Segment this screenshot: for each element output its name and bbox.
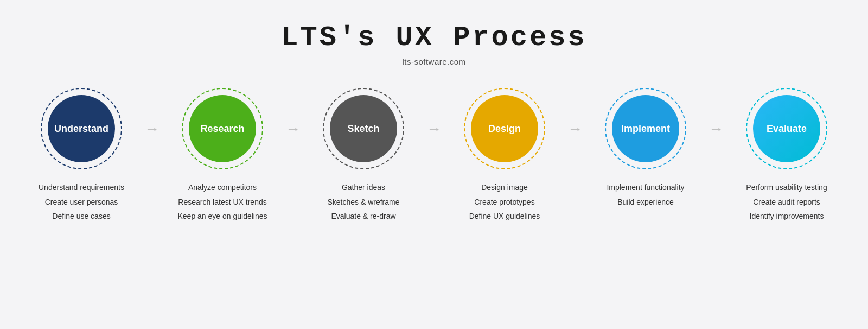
- bullet-item: Evaluate & re-draw: [327, 209, 399, 224]
- stage-sketch: SketchGather ideasSketches & wreframeEva…: [309, 88, 418, 224]
- arrow-icon: →: [285, 121, 301, 138]
- header: LTS's UX Process lts-software.com: [281, 22, 586, 66]
- stage-implement: ImplementImplement functionalityBuild ex…: [591, 88, 700, 209]
- bullets-design: Design imageCreate prototypesDefine UX g…: [469, 180, 540, 224]
- bullet-item: Implement functionality: [607, 180, 684, 195]
- bullet-item: Create prototypes: [469, 195, 540, 210]
- stage-evaluate: EvaluatePerform usability testingCreate …: [732, 88, 841, 224]
- circle-inner-understand: Understand: [48, 95, 115, 162]
- circle-inner-research: Research: [189, 95, 256, 162]
- stage-label-sketch: Sketch: [347, 123, 379, 135]
- bullet-item: Analyze competitors: [177, 180, 267, 195]
- circle-outer-implement: Implement: [605, 88, 686, 169]
- stage-research: ResearchAnalyze competitorsResearch late…: [168, 88, 277, 224]
- arrow-icon: →: [709, 121, 724, 138]
- circle-outer-sketch: Sketch: [323, 88, 404, 169]
- arrow-icon: →: [567, 121, 583, 138]
- main-title: LTS's UX Process: [281, 22, 586, 54]
- bullet-item: Design image: [469, 180, 540, 195]
- arrow-connector: →: [418, 121, 450, 138]
- circle-outer-evaluate: Evaluate: [746, 88, 827, 169]
- stage-label-design: Design: [488, 123, 521, 135]
- stage-understand: UnderstandUnderstand requirementsCreate …: [27, 88, 136, 224]
- circle-inner-evaluate: Evaluate: [753, 95, 820, 162]
- arrow-connector: →: [559, 121, 591, 138]
- arrow-icon: →: [144, 121, 159, 138]
- circle-inner-sketch: Sketch: [330, 95, 397, 162]
- subtitle: lts-software.com: [281, 57, 586, 66]
- circle-outer-research: Research: [182, 88, 263, 169]
- bullet-item: Research latest UX trends: [177, 195, 267, 210]
- stage-design: DesignDesign imageCreate prototypesDefin…: [450, 88, 559, 224]
- stage-label-implement: Implement: [621, 123, 670, 135]
- bullet-item: Gather ideas: [327, 180, 399, 195]
- circle-inner-design: Design: [471, 95, 538, 162]
- bullet-item: Keep an eye on guidelines: [177, 209, 267, 224]
- bullet-item: Define UX guidelines: [469, 209, 540, 224]
- bullet-item: Create audit reports: [746, 195, 827, 210]
- stage-label-evaluate: Evaluate: [767, 123, 807, 135]
- arrow-icon: →: [426, 121, 442, 138]
- bullet-item: Sketches & wreframe: [327, 195, 399, 210]
- circle-inner-implement: Implement: [612, 95, 679, 162]
- bullets-sketch: Gather ideasSketches & wreframeEvaluate …: [327, 180, 399, 224]
- bullet-item: Perform usability testing: [746, 180, 827, 195]
- arrow-connector: →: [277, 121, 309, 138]
- bullet-item: Identify improvements: [746, 209, 827, 224]
- arrow-connector: →: [136, 121, 168, 138]
- stage-label-research: Research: [200, 123, 244, 135]
- bullet-item: Understand requirements: [39, 180, 124, 195]
- bullet-item: Build experience: [607, 195, 684, 210]
- bullet-item: Create user personas: [39, 195, 124, 210]
- bullets-implement: Implement functionalityBuild experience: [607, 180, 684, 209]
- stage-label-understand: Understand: [54, 123, 108, 135]
- bullet-item: Define use cases: [39, 209, 124, 224]
- bullets-evaluate: Perform usability testingCreate audit re…: [746, 180, 827, 224]
- arrow-connector: →: [700, 121, 732, 138]
- bullets-research: Analyze competitorsResearch latest UX tr…: [177, 180, 267, 224]
- circle-outer-understand: Understand: [41, 88, 122, 169]
- bullets-understand: Understand requirementsCreate user perso…: [39, 180, 124, 224]
- diagram: UnderstandUnderstand requirementsCreate …: [27, 88, 841, 224]
- circle-outer-design: Design: [464, 88, 545, 169]
